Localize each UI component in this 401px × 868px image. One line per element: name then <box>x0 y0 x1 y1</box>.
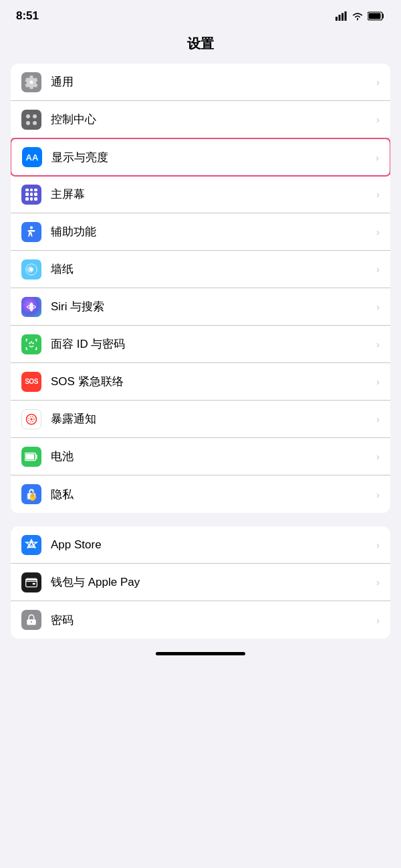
svg-point-10 <box>30 226 33 229</box>
wallpaper-chevron: › <box>376 263 380 275</box>
control-icon <box>21 110 41 130</box>
svg-rect-26 <box>33 582 35 584</box>
accessibility-chevron: › <box>376 226 380 237</box>
settings-item-wallet[interactable]: 钱包与 Apple Pay › <box>11 564 390 601</box>
password-chevron: › <box>376 615 380 626</box>
battery-settings-icon <box>21 447 41 467</box>
appstore-chevron: › <box>376 539 380 550</box>
settings-item-control[interactable]: 控制中心 › <box>11 101 390 138</box>
svg-point-12 <box>30 267 33 271</box>
svg-point-8 <box>26 121 30 125</box>
display-chevron: › <box>376 152 379 163</box>
appstore-label: App Store <box>51 538 371 552</box>
settings-item-password[interactable]: 密码 › <box>11 601 390 639</box>
settings-item-accessibility[interactable]: 辅助功能 › <box>11 213 390 251</box>
settings-item-sos[interactable]: SOS SOS 紧急联络 › <box>11 363 390 401</box>
faceid-icon <box>21 334 41 354</box>
display-label: 显示与亮度 <box>51 150 370 165</box>
sos-icon: SOS <box>21 372 41 392</box>
control-chevron: › <box>376 114 380 125</box>
tongyong-chevron: › <box>376 76 380 88</box>
svg-rect-3 <box>345 11 347 21</box>
svg-point-18 <box>30 418 32 420</box>
svg-point-13 <box>29 302 33 312</box>
settings-item-faceid[interactable]: 面容 ID 与密码 › <box>11 326 390 363</box>
settings-item-homescreen[interactable]: 主屏幕 › <box>11 176 390 213</box>
faceid-label: 面容 ID 与密码 <box>51 336 371 352</box>
display-icon: AA <box>22 147 42 167</box>
svg-point-15 <box>32 342 34 344</box>
accessibility-label: 辅助功能 <box>51 224 371 239</box>
svg-point-6 <box>26 114 30 118</box>
sos-label: SOS 紧急联络 <box>51 374 371 389</box>
accessibility-icon <box>21 222 41 242</box>
svg-rect-5 <box>369 13 381 19</box>
sos-chevron: › <box>376 376 380 387</box>
svg-rect-2 <box>342 13 344 21</box>
faceid-chevron: › <box>376 338 380 350</box>
homescreen-icon <box>21 185 41 205</box>
page-header: 设置 <box>0 28 401 64</box>
svg-rect-20 <box>25 453 34 459</box>
siri-label: Siri 与搜索 <box>51 299 371 314</box>
exposure-icon <box>21 409 41 429</box>
settings-item-privacy[interactable]: ✋ 隐私 › <box>11 475 390 513</box>
wallet-label: 钱包与 Apple Pay <box>51 574 371 590</box>
svg-rect-25 <box>26 579 37 587</box>
password-label: 密码 <box>51 613 371 628</box>
tongyong-label: 通用 <box>51 74 371 90</box>
settings-item-wallpaper[interactable]: 墙纸 › <box>11 251 390 288</box>
privacy-label: 隐私 <box>51 487 371 502</box>
settings-item-battery[interactable]: 电池 › <box>11 438 390 475</box>
password-icon <box>21 610 41 630</box>
svg-text:✋: ✋ <box>28 492 38 502</box>
siri-icon <box>21 297 41 317</box>
battery-label: 电池 <box>51 449 371 464</box>
svg-point-7 <box>33 114 37 118</box>
status-icons <box>336 11 385 21</box>
settings-item-display[interactable]: AA 显示与亮度 › <box>11 138 390 177</box>
wifi-icon <box>352 11 364 21</box>
wallpaper-icon <box>21 259 41 280</box>
exposure-chevron: › <box>376 413 380 425</box>
home-indicator <box>156 652 245 655</box>
page-title: 设置 <box>187 36 214 51</box>
svg-point-9 <box>33 121 37 125</box>
control-label: 控制中心 <box>51 112 371 127</box>
wallet-icon <box>21 572 41 592</box>
homescreen-chevron: › <box>376 189 380 200</box>
homescreen-label: 主屏幕 <box>51 187 371 202</box>
settings-group-apps: App Store › 钱包与 Apple Pay › 密码 › <box>11 526 390 639</box>
settings-item-tongyong[interactable]: 通用 › <box>11 64 390 101</box>
wallet-chevron: › <box>376 576 380 588</box>
siri-chevron: › <box>376 301 380 312</box>
appstore-icon <box>21 535 41 555</box>
settings-item-appstore[interactable]: App Store › <box>11 526 390 564</box>
signal-icon <box>336 11 348 21</box>
svg-rect-0 <box>336 17 338 21</box>
privacy-icon: ✋ <box>21 484 41 504</box>
svg-point-28 <box>31 621 32 623</box>
exposure-label: 暴露通知 <box>51 411 371 427</box>
settings-group-general: 通用 › 控制中心 › AA 显示与亮度 › <box>11 64 390 513</box>
wallpaper-label: 墙纸 <box>51 261 371 277</box>
battery-chevron: › <box>376 451 380 462</box>
settings-item-siri[interactable]: Siri 与搜索 › <box>11 288 390 326</box>
battery-icon <box>368 11 385 21</box>
svg-rect-1 <box>339 15 341 21</box>
privacy-chevron: › <box>376 489 380 500</box>
tongyong-icon <box>21 72 41 92</box>
settings-item-exposure[interactable]: 暴露通知 › <box>11 401 390 438</box>
status-time: 8:51 <box>16 9 39 23</box>
svg-point-14 <box>29 342 31 344</box>
status-bar: 8:51 <box>0 0 401 28</box>
